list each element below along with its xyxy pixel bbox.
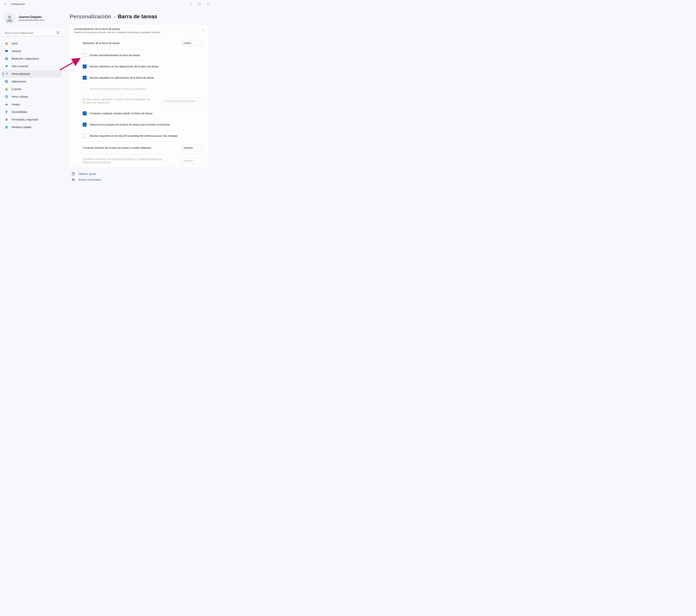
profile-block[interactable]: Juanma Delgado juanmatek@outlook.com [2, 11, 62, 28]
row-flash: Mostrar parpadeo en aplicaciones de la b… [70, 72, 208, 83]
select-value: Todas las barras de tareas [165, 100, 195, 102]
nav-item-cuentas[interactable]: Cuentas [2, 85, 62, 93]
row-alldisplays: Mostrar la barra de tareas en todas las … [70, 83, 208, 94]
combine-select[interactable]: Siempre [181, 145, 204, 151]
nav-item-inicio[interactable]: Inicio [2, 40, 62, 47]
breadcrumb: Personalización › Barra de tareas [70, 13, 208, 19]
alldisplays-label: Mostrar la barra de tareas en todas las … [90, 87, 146, 91]
autohide-label: Ocultar automáticamente la barra de tare… [90, 54, 140, 57]
svg-point-17 [72, 178, 73, 179]
search-input[interactable] [2, 30, 62, 36]
svg-rect-3 [5, 50, 8, 52]
breadcrumb-current: Barra de tareas [117, 13, 157, 19]
nav-item-sistema[interactable]: Sistema [2, 47, 62, 55]
nav-label: Sistema [12, 50, 21, 52]
badges-checkbox[interactable] [83, 64, 86, 68]
card-title: Comportamiento de la barra de tareas [74, 27, 160, 30]
brush-icon [5, 72, 8, 76]
search-box [2, 30, 62, 36]
avatar [4, 12, 16, 24]
row-multidisplay: Al usar varias pantallas, mostrar mis ap… [70, 94, 208, 108]
arrow-left-icon [3, 2, 7, 5]
behavior-card: Comportamiento de la barra de tareas Ali… [70, 24, 208, 167]
back-button[interactable] [2, 1, 8, 7]
wifi-icon [5, 64, 8, 68]
check-icon [83, 123, 86, 126]
nav-label: Hora e idioma [12, 95, 28, 98]
svg-point-9 [6, 88, 7, 89]
feedback-text: Enviar comentarios [78, 178, 101, 181]
nav-item-update[interactable]: Windows Update [2, 124, 62, 131]
flash-label: Mostrar parpadeo en aplicaciones de la b… [90, 76, 154, 79]
nav-label: Red e Internet [12, 65, 28, 68]
nav-label: Windows Update [12, 126, 32, 129]
nav-item-bluetooth[interactable]: Bluetooth y dispositivos [2, 55, 62, 62]
svg-rect-5 [5, 80, 6, 81]
row-share: Compartir cualquier ventana desde mi bar… [70, 108, 208, 119]
svg-rect-8 [7, 82, 8, 83]
chevron-up-icon [202, 29, 204, 32]
check-icon [83, 77, 86, 79]
app-title: Configuración [11, 3, 25, 5]
breadcrumb-separator: › [114, 14, 115, 19]
close-icon [207, 3, 209, 5]
alignment-label: Alineación de la barra de tareas [83, 42, 120, 45]
card-subtitle: Alineación de la barra de tareas, distin… [74, 31, 160, 34]
nav-item-personalizacion[interactable]: Personalización [2, 70, 62, 78]
share-checkbox[interactable] [83, 111, 86, 115]
check-icon [83, 65, 86, 68]
nav-item-accesibilidad[interactable]: Accesibilidad [2, 108, 62, 116]
card-header[interactable]: Comportamiento de la barra de tareas Ali… [70, 25, 208, 37]
svg-rect-12 [5, 104, 8, 105]
nav-item-red[interactable]: Red e Internet [2, 63, 62, 70]
row-seconds: Mostrar segundos en el reloj de la bande… [70, 130, 208, 141]
corner-checkbox[interactable] [83, 123, 86, 127]
svg-point-1 [8, 16, 11, 19]
svg-point-16 [73, 175, 74, 175]
svg-point-2 [57, 32, 59, 33]
nav-label: Personalización [12, 72, 30, 75]
search-icon[interactable] [57, 31, 60, 35]
svg-rect-6 [7, 80, 8, 81]
svg-rect-7 [5, 82, 6, 83]
update-icon [5, 125, 8, 129]
nav-item-aplicaciones[interactable]: Aplicaciones [2, 78, 62, 85]
chevron-down-icon [200, 159, 202, 162]
alignment-select[interactable]: Centro [181, 40, 204, 46]
flash-checkbox[interactable] [83, 76, 86, 80]
nav-item-hora[interactable]: Hora e idioma [2, 93, 62, 100]
home-icon [5, 42, 8, 45]
bluetooth-icon [5, 57, 8, 61]
nav-label: Juegos [12, 103, 20, 106]
nav-label: Privacidad y seguridad [12, 118, 38, 121]
nav-list: Inicio Sistema Bluetooth y dispositivos … [2, 40, 62, 131]
seconds-label: Mostrar segundos en el reloj de la bande… [90, 134, 178, 137]
help-link[interactable]: Obtener ayuda [72, 172, 208, 176]
nav-item-privacidad[interactable]: Privacidad y seguridad [2, 116, 62, 123]
help-icon [72, 172, 75, 176]
sidebar: Juanma Delgado juanmatek@outlook.com Ini… [0, 8, 64, 189]
check-icon [83, 112, 86, 114]
row-autohide: Ocultar automáticamente la barra de tare… [70, 49, 208, 61]
close-button[interactable] [204, 1, 212, 7]
autohide-checkbox[interactable] [83, 53, 86, 57]
seconds-checkbox[interactable] [83, 134, 86, 138]
svg-rect-18 [73, 179, 75, 181]
maximize-button[interactable] [195, 1, 204, 7]
profile-name: Juanma Delgado [18, 15, 44, 19]
minimize-button[interactable] [187, 1, 195, 7]
feedback-link[interactable]: Enviar comentarios [72, 178, 208, 181]
nav-item-juegos[interactable]: Juegos [2, 101, 62, 108]
row-combine: Combinar botones de la barra de tareas y… [70, 141, 208, 154]
row-combine-other: Combinar botones de la barra de tareas y… [70, 154, 208, 167]
person-icon [6, 15, 13, 22]
profile-email: juanmatek@outlook.com [18, 19, 44, 21]
svg-point-13 [6, 111, 7, 111]
chevron-down-icon [200, 42, 202, 45]
breadcrumb-parent[interactable]: Personalización [70, 13, 111, 19]
footer-links: Obtener ayuda Enviar comentarios [70, 172, 208, 181]
help-text: Obtener ayuda [78, 173, 96, 175]
share-label: Compartir cualquier ventana desde mi bar… [90, 112, 153, 115]
system-icon [5, 49, 8, 53]
select-value: Siempre [184, 146, 193, 149]
